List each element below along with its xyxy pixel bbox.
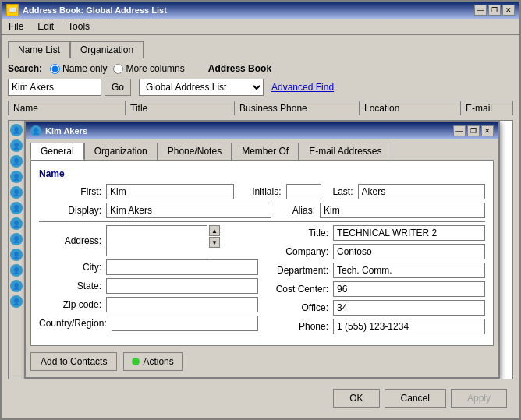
dialog-tab-phone-notes[interactable]: Phone/Notes [158, 143, 232, 160]
dialog-body: Name First: Initials: Last: Display: [30, 160, 494, 346]
address-scroll-up[interactable]: ▲ [209, 225, 220, 236]
radio-more-columns-label[interactable]: More columns [113, 63, 184, 74]
zip-row: Zip code: [39, 297, 258, 312]
cost-center-label: Cost Center: [266, 284, 328, 295]
title-row: Title: [266, 225, 485, 241]
alias-input[interactable] [320, 203, 485, 218]
actions-green-dot [132, 358, 140, 365]
dialog-tabs: General Organization Phone/Notes Member … [26, 139, 498, 160]
list-icon-1: 👤 [10, 124, 23, 136]
inner-dialog: 👤 Kim Akers — ❐ ✕ General Organization P… [24, 121, 500, 379]
city-input[interactable] [106, 259, 258, 275]
menu-edit[interactable]: Edit [34, 20, 57, 33]
outer-content: Name List Organization Search: Name only… [2, 35, 519, 418]
title-input[interactable] [333, 225, 485, 241]
add-to-contacts-button[interactable]: Add to Contacts [30, 352, 117, 371]
country-row: Country/Region: [39, 316, 258, 331]
dialog-title: Kim Akers [45, 126, 87, 136]
company-input[interactable] [333, 244, 485, 259]
address-book-dropdown[interactable]: Global Address List [139, 79, 264, 96]
department-label: Department: [266, 265, 328, 276]
search-label: Search: [8, 63, 42, 74]
dialog-minimize-button[interactable]: — [453, 125, 466, 136]
city-row: City: [39, 259, 258, 275]
list-icon-8: 👤 [10, 233, 23, 245]
tab-organization[interactable]: Organization [70, 41, 144, 58]
state-label: State: [39, 281, 101, 291]
radio-name-only[interactable] [50, 64, 60, 74]
title-label: Title: [266, 228, 328, 238]
table-header: Name Title Business Phone Location E-mai… [8, 101, 513, 115]
title-bar-buttons: — ❐ ✕ [474, 5, 515, 16]
list-icon-10: 👤 [10, 264, 23, 277]
phone-input[interactable] [333, 319, 485, 334]
tab-bar: Name List Organization [8, 41, 513, 58]
alias-label: Alias: [284, 205, 315, 216]
dialog-close-button[interactable]: ✕ [481, 125, 494, 136]
list-icon-3: 👤 [10, 155, 23, 168]
left-column: Address: ▲ ▼ [39, 225, 258, 337]
title-bar-left: 📖 Address Book: Global Address List [6, 4, 167, 16]
col-name: Name [9, 101, 126, 115]
advanced-find-link[interactable]: Advanced Find [271, 82, 334, 93]
dialog-title-buttons: — ❐ ✕ [453, 125, 494, 136]
dialog-title-icon: 👤 [30, 125, 41, 136]
minimize-button[interactable]: — [474, 5, 487, 16]
address-block: ▲ ▼ [106, 225, 220, 256]
search-input[interactable] [8, 79, 101, 96]
display-label: Display: [39, 205, 101, 216]
apply-button[interactable]: Apply [451, 389, 507, 408]
menu-file[interactable]: File [5, 20, 27, 33]
dialog-tab-email-addresses[interactable]: E-mail Addresses [299, 143, 392, 160]
address-row: Address: ▲ ▼ [39, 225, 258, 256]
name-first-row: First: Initials: Last: [39, 184, 485, 199]
country-label: Country/Region: [39, 318, 107, 329]
radio-more-columns[interactable] [113, 64, 123, 74]
restore-button[interactable]: ❐ [488, 5, 501, 16]
app-icon: 📖 [6, 4, 19, 16]
outer-footer: OK Cancel Apply [8, 384, 513, 412]
initials-input[interactable] [286, 184, 321, 199]
department-input[interactable] [333, 263, 485, 278]
actions-button[interactable]: Actions [123, 352, 182, 371]
address-input[interactable] [106, 225, 207, 256]
list-icon-6: 👤 [10, 202, 23, 214]
tab-name-list[interactable]: Name List [8, 41, 70, 58]
first-input[interactable] [106, 184, 234, 199]
close-button[interactable]: ✕ [502, 5, 515, 16]
ok-button[interactable]: OK [333, 389, 379, 408]
cancel-button[interactable]: Cancel [385, 389, 446, 408]
address-book-label: Address Book [208, 63, 271, 74]
separator [39, 221, 485, 222]
dialog-restore-button[interactable]: ❐ [467, 125, 480, 136]
office-input[interactable] [333, 300, 485, 316]
menu-tools[interactable]: Tools [65, 20, 93, 33]
country-input[interactable] [112, 316, 258, 331]
radio-name-only-label[interactable]: Name only [50, 63, 107, 74]
city-label: City: [39, 262, 101, 273]
company-label: Company: [266, 246, 328, 257]
display-input[interactable] [106, 203, 271, 218]
cost-center-input[interactable] [333, 281, 485, 297]
dialog-title-bar: 👤 Kim Akers — ❐ ✕ [26, 122, 498, 139]
dialog-footer: Add to Contacts Actions [26, 346, 498, 377]
dialog-title-left: 👤 Kim Akers [30, 125, 87, 136]
last-input[interactable] [358, 184, 486, 199]
address-scroll-down[interactable]: ▼ [209, 237, 220, 248]
zip-input[interactable] [106, 297, 258, 312]
outer-title-bar: 📖 Address Book: Global Address List — ❐ … [2, 2, 519, 19]
dialog-tab-general[interactable]: General [30, 143, 84, 160]
state-row: State: [39, 278, 258, 294]
cost-center-row: Cost Center: [266, 281, 485, 297]
col-location: Location [360, 101, 461, 115]
state-input[interactable] [106, 278, 258, 294]
name-section-header: Name [39, 168, 485, 179]
list-icon-2: 👤 [10, 139, 23, 152]
first-label: First: [39, 186, 101, 197]
dialog-tab-organization[interactable]: Organization [84, 143, 158, 160]
office-row: Office: [266, 300, 485, 316]
list-icon-12: 👤 [10, 295, 23, 308]
go-button[interactable]: Go [105, 79, 131, 96]
dialog-tab-member-of[interactable]: Member Of [232, 143, 299, 160]
col-business-phone: Business Phone [235, 101, 360, 115]
